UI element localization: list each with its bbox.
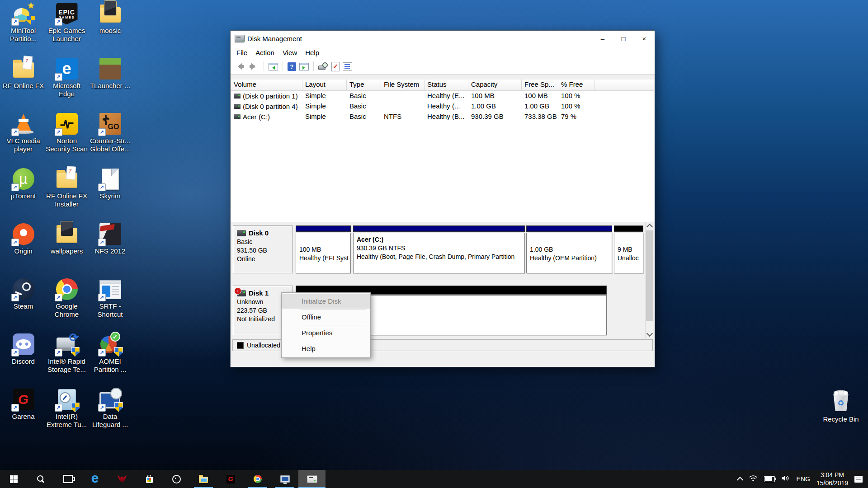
col-volume[interactable]: Volume — [231, 80, 302, 91]
table-row[interactable]: Acer (C:) Simple Basic NTFS Healthy (B..… — [231, 112, 654, 122]
taskbar-clock[interactable]: 3:04 PM 15/06/2019 — [816, 471, 848, 487]
desktop-icon-skyrim[interactable]: ↗ Skyrim — [89, 168, 132, 223]
desktop-icon-intel-xtu[interactable]: ↗ Intel(R) Extreme Tu... — [45, 389, 88, 444]
taskbar-chrome-button[interactable] — [244, 470, 271, 488]
uac-shield-icon — [71, 403, 80, 412]
menu-separator — [300, 325, 366, 325]
desktop-icon-tlauncher[interactable]: TLauncher-... — [89, 58, 132, 113]
col-layout[interactable]: Layout — [302, 80, 347, 91]
desktop-icon-aomei[interactable]: ✓↗ AOMEI Partition ... — [89, 333, 132, 389]
show-console-tree-icon[interactable] — [269, 63, 278, 70]
menu-file[interactable]: File — [232, 47, 251, 58]
partition-color-bar — [296, 225, 351, 232]
desktop-icon-rf-online-fx[interactable]: RF Online FX — [2, 58, 45, 113]
desktop-icon-csgo[interactable]: GO↗ Counter-Str... Global Offe... — [89, 113, 132, 168]
taskbar-garena-button[interactable]: G — [217, 470, 244, 488]
desktop-icon-rf-online-installer[interactable]: RF Online FX Installer — [45, 168, 88, 223]
graphical-view-scrollbar[interactable] — [645, 222, 653, 338]
context-item-properties[interactable]: Properties — [282, 326, 370, 340]
desktop-icon-data-lifeguard[interactable]: ↗ Data Lifeguard ... — [89, 389, 132, 444]
context-item-initialize-disk[interactable]: Initialize Disk — [282, 294, 370, 309]
language-indicator[interactable]: ENG — [797, 475, 810, 483]
table-row[interactable]: (Disk 0 partition 1) Simple Basic Health… — [231, 91, 654, 101]
menu-help[interactable]: Help — [301, 47, 323, 58]
desktop-icon-intel-rst[interactable]: ⟳↗ Intel® Rapid Storage Te... — [45, 333, 88, 389]
shortcut-arrow-icon: ↗ — [55, 349, 62, 357]
col-file-system[interactable]: File System — [381, 80, 425, 91]
desktop-icon-moosic[interactable]: moosic — [89, 3, 132, 58]
desktop-icon-discord[interactable]: ↗ Discord — [2, 333, 45, 389]
tray-time: 3:04 PM — [816, 471, 848, 479]
desktop-icon-garena[interactable]: G↗ Garena — [2, 389, 45, 444]
scrollbar-thumb[interactable] — [646, 230, 653, 321]
col-capacity[interactable]: Capacity — [468, 80, 522, 91]
forward-arrow-icon[interactable] — [248, 63, 259, 70]
taskbar-file-explorer-button[interactable] — [190, 470, 217, 488]
action-center-icon[interactable] — [854, 476, 863, 483]
help-icon[interactable]: ? — [288, 62, 296, 71]
back-arrow-icon[interactable] — [234, 63, 245, 70]
desktop-icon-minitool[interactable]: ★↗ MiniTool Partitio... — [2, 3, 45, 58]
desktop-icon-vlc[interactable]: ↗ VLC media player — [2, 113, 45, 168]
partition-c-drive[interactable]: Acer (C:) 930.39 GB NTFS Healthy (Boot, … — [353, 225, 525, 273]
menu-view[interactable]: View — [278, 47, 301, 58]
desktop-icon-label: RF Online FX — [3, 82, 44, 90]
col-pct-free[interactable]: % Free — [558, 80, 594, 91]
taskbar-edge-button[interactable]: e — [81, 470, 108, 488]
desktop-icon-srtf[interactable]: ↗ SRTF - Shortcut — [89, 278, 132, 333]
show-action-pane-icon[interactable] — [299, 63, 309, 70]
shortcut-arrow-icon: ↗ — [11, 18, 19, 26]
context-item-help[interactable]: Help — [282, 342, 370, 356]
taskbar-disk-management-button[interactable] — [298, 470, 326, 488]
disk0-info-panel[interactable]: Disk 0 Basic 931.50 GB Online — [233, 225, 293, 273]
minecraft-block-icon — [99, 58, 121, 80]
menu-action[interactable]: Action — [251, 47, 278, 58]
properties-list-icon[interactable] — [343, 62, 352, 71]
title-bar[interactable]: Disk Management – □ × — [231, 31, 655, 46]
col-status[interactable]: Status — [425, 80, 468, 91]
task-view-button[interactable] — [54, 470, 81, 488]
desktop-icon-label: Skyrim — [100, 192, 121, 200]
taskbar-diagnostics-button[interactable] — [271, 470, 298, 488]
desktop-icon-epic-games[interactable]: EPICGAMES↗ Epic Games Launcher — [45, 3, 88, 58]
desktop-icon-nfs-2012[interactable]: ↗ NFS 2012 — [89, 223, 132, 278]
garena-icon: G — [226, 475, 235, 483]
desktop-icon-recycle-bin[interactable]: ♻ Recycle Bin — [819, 391, 863, 423]
desktop-icon-norton[interactable]: ↗ Norton Security Scan — [45, 113, 88, 168]
desktop-icon-steam[interactable]: ↗ Steam — [2, 278, 45, 333]
taskbar-predator-button[interactable] — [108, 470, 136, 488]
table-row[interactable]: (Disk 0 partition 4) Simple Basic Health… — [231, 101, 654, 112]
unallocated-legend-label: Unallocated — [247, 342, 280, 349]
desktop-icon-label: moosic — [99, 27, 121, 35]
desktop-icon-google-chrome[interactable]: ↗ Google Chrome — [45, 278, 88, 333]
volume-icon[interactable] — [781, 475, 790, 483]
context-item-offline[interactable]: Offline — [282, 310, 370, 324]
col-free-space[interactable]: Free Sp... — [522, 80, 558, 91]
toolbar: ? — [231, 59, 655, 75]
partition-unallocated-small[interactable]: 9 MB Unalloc — [614, 225, 643, 273]
tray-chevron-up-icon[interactable] — [737, 476, 743, 483]
maximize-button[interactable]: □ — [613, 31, 634, 46]
desktop-icon-wallpapers[interactable]: wallpapers — [45, 223, 88, 278]
partition-efi[interactable]: 100 MB Healthy (EFI Syst — [296, 225, 351, 273]
partition-oem[interactable]: 1.00 GB Healthy (OEM Partition) — [526, 225, 612, 273]
start-button[interactable] — [0, 470, 27, 488]
taskbar-search-button[interactable] — [27, 470, 54, 488]
desktop-icon-utorrent[interactable]: µ↗ µTorrent — [2, 168, 45, 223]
col-type[interactable]: Type — [347, 80, 381, 91]
rescan-disks-icon[interactable] — [318, 62, 328, 70]
minimize-button[interactable]: – — [592, 31, 613, 46]
toolbar-separator — [283, 61, 283, 71]
scroll-down-icon[interactable] — [646, 330, 653, 337]
battery-icon[interactable] — [764, 476, 775, 482]
shortcut-arrow-icon: ↗ — [55, 73, 62, 81]
desktop-icon-microsoft-edge[interactable]: e↗ Microsoft Edge — [45, 58, 88, 113]
taskbar-circular-app-button[interactable] — [163, 470, 190, 488]
scroll-up-icon[interactable] — [646, 224, 653, 230]
taskbar-store-button[interactable] — [136, 470, 163, 488]
desktop-icon-origin[interactable]: ↗ Origin — [2, 223, 45, 278]
wifi-icon[interactable] — [749, 475, 758, 483]
check-document-icon[interactable] — [331, 62, 340, 71]
close-button[interactable]: × — [634, 31, 655, 46]
rf-online-folder-icon — [13, 58, 34, 80]
